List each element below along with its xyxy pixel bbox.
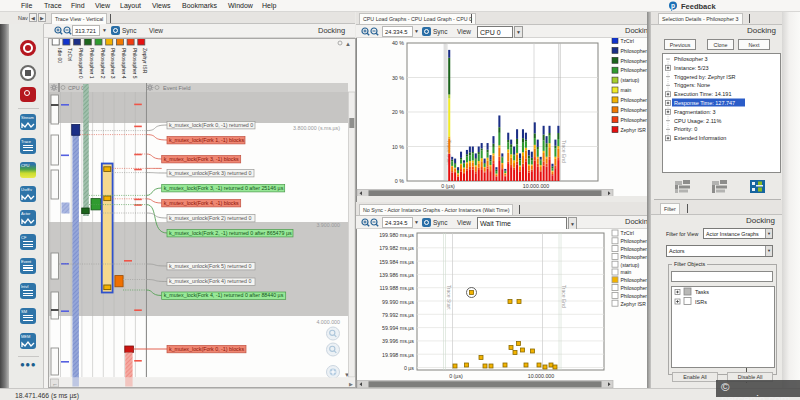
svg-text:Philosopher 4: Philosopher 4 [121, 48, 127, 79]
svg-text:79.992 ms.µs: 79.992 ms.µs [382, 312, 414, 318]
svg-text:TzCtrl: TzCtrl [621, 38, 634, 44]
svg-text:Trace End: Trace End [561, 140, 567, 163]
svg-text:CPU 0: CPU 0 [68, 85, 84, 91]
svg-text:k_mutex_unlock(Fork 3) returne: k_mutex_unlock(Fork 3) returned 0 [169, 170, 251, 176]
svg-text:k_mutex_lock(Fork 0, -1) retur: k_mutex_lock(Fork 0, -1) returned 0 [169, 122, 253, 128]
svg-text:k_mutex_lock(Fork 4, -1) block: k_mutex_lock(Fork 4, -1) blocks [164, 200, 239, 206]
svg-text:Tasks: Tasks [695, 289, 709, 295]
svg-text:10.000.000: 10.000.000 [523, 183, 550, 189]
svg-text:Philosopher 5: Philosopher 5 [132, 48, 138, 79]
svg-text:4.000.000: 4.000.000 [316, 319, 340, 325]
svg-text:Triggers: None: Triggers: None [674, 82, 710, 88]
svg-text:ISRs: ISRs [695, 299, 707, 305]
svg-text:Zephyr ISR: Zephyr ISR [142, 48, 148, 74]
svg-text:Philosopher 3: Philosopher 3 [674, 56, 708, 62]
svg-text:Event Field: Event Field [163, 85, 191, 91]
svg-text:20 %: 20 % [392, 109, 404, 115]
svg-text:main: main [621, 87, 632, 93]
svg-text:Extended Information: Extended Information [674, 135, 726, 141]
svg-text:CPU Usage: 2.11%: CPU Usage: 2.11% [674, 118, 721, 124]
svg-text:Philosopher 5: Philosopher 5 [621, 293, 648, 299]
svg-text:19.998 ms.µs: 19.998 ms.µs [382, 352, 414, 358]
svg-text:▲: ▲ [345, 41, 351, 47]
svg-text:Philosopher 1: Philosopher 1 [621, 246, 648, 252]
svg-text:k_mutex_unlock(Fork 2) returne: k_mutex_unlock(Fork 2) returned 0 [169, 215, 251, 221]
svg-text:Execution Time: 14.191: Execution Time: 14.191 [674, 91, 731, 97]
svg-text:TzCtrl: TzCtrl [67, 48, 73, 61]
svg-text:Philosopher 0: Philosopher 0 [621, 48, 648, 54]
svg-text:k_mutex_lock(Fork 4, -1) retur: k_mutex_lock(Fork 4, -1) returned 0 afte… [164, 292, 284, 298]
svg-text:(startup): (startup) [621, 77, 640, 83]
svg-text:Philosopher 4: Philosopher 4 [621, 107, 648, 113]
svg-text:Zephyr ISR: Zephyr ISR [621, 301, 647, 307]
svg-text:40 %: 40 % [392, 40, 404, 46]
svg-text:39.996 ms.µs: 39.996 ms.µs [382, 338, 414, 344]
svg-text:←: ← [52, 381, 58, 387]
svg-text:Philosopher 2: Philosopher 2 [100, 48, 106, 79]
svg-text:TzCtrl: TzCtrl [621, 230, 634, 236]
svg-text:Philosopher 3: Philosopher 3 [110, 48, 116, 79]
svg-text:▶: ▶ [349, 381, 353, 387]
svg-text:k_mutex_lock(Fork 0, -1) block: k_mutex_lock(Fork 0, -1) blocks [169, 346, 244, 352]
svg-text:119.988 ms.µs: 119.988 ms.µs [380, 285, 415, 291]
svg-text:Idle 00: Idle 00 [57, 48, 63, 63]
svg-text:Philosopher 1: Philosopher 1 [89, 48, 95, 79]
svg-text:139.986 ms.µs: 139.986 ms.µs [379, 272, 414, 278]
svg-text:Fragmentation: 3: Fragmentation: 3 [674, 109, 716, 115]
svg-text:159.984 ms.µs: 159.984 ms.µs [379, 259, 414, 265]
svg-text:Philosopher 0: Philosopher 0 [78, 48, 84, 79]
svg-text:Philosopher 4: Philosopher 4 [621, 285, 648, 291]
svg-text:Philosopher 3: Philosopher 3 [621, 97, 648, 103]
svg-text:p: p [671, 2, 675, 10]
svg-text:59.994 ms.µs: 59.994 ms.µs [382, 325, 414, 331]
svg-text:k_mutex_unlock(Fork 5) returne: k_mutex_unlock(Fork 5) returned 0 [169, 263, 251, 269]
svg-text:Philosopher 5: Philosopher 5 [621, 117, 648, 123]
svg-text:179.982 ms.µs: 179.982 ms.µs [379, 245, 414, 251]
svg-text:Instance: 5/23: Instance: 5/23 [674, 65, 709, 71]
svg-text:Zephyr ISR: Zephyr ISR [621, 127, 647, 133]
svg-text:10.000.000: 10.000.000 [528, 373, 555, 379]
svg-text:30 %: 30 % [392, 75, 404, 81]
svg-text:Response Time: 127.747: Response Time: 127.747 [674, 100, 735, 106]
svg-text:10 %: 10 % [392, 144, 404, 150]
svg-text:3.900.000: 3.900.000 [316, 222, 340, 228]
svg-text:0 (µs): 0 (µs) [441, 183, 455, 189]
svg-text:k_mutex_lock(Fork 1, -1) block: k_mutex_lock(Fork 1, -1) blocks [169, 137, 244, 143]
svg-text:Triggered by: Zephyr ISR: Triggered by: Zephyr ISR [674, 74, 736, 80]
svg-text:99.990 ms.µs: 99.990 ms.µs [382, 299, 414, 305]
svg-text:Trace Start: Trace Start [446, 285, 452, 310]
svg-text:k_mutex_lock(Fork 3, -1) block: k_mutex_lock(Fork 3, -1) blocks [164, 156, 239, 162]
svg-text:Priority: 0: Priority: 0 [674, 126, 697, 132]
svg-text:(startup): (startup) [621, 262, 640, 268]
svg-text:main: main [621, 269, 632, 275]
svg-text:k_mutex_lock(Fork 3, -1) retur: k_mutex_lock(Fork 3, -1) returned 0 afte… [164, 185, 284, 191]
svg-text:Philosopher 2: Philosopher 2 [621, 67, 648, 73]
svg-text:0 µs: 0 µs [404, 365, 414, 371]
svg-text:0 %: 0 % [395, 178, 404, 184]
svg-text:Philosopher 1: Philosopher 1 [621, 58, 648, 64]
svg-text:Philosopher 2: Philosopher 2 [621, 254, 648, 260]
svg-text:3.800.000 (s.ms.µs): 3.800.000 (s.ms.µs) [293, 125, 340, 131]
svg-text:199.980 ms.µs: 199.980 ms.µs [379, 232, 414, 238]
svg-text:k_mutex_lock(Fork 2, -1) retur: k_mutex_lock(Fork 2, -1) returned 0 afte… [169, 230, 292, 236]
svg-text:Philosopher 3: Philosopher 3 [621, 277, 648, 283]
svg-text:Trace End: Trace End [561, 285, 567, 308]
svg-text:0 (µs): 0 (µs) [449, 373, 463, 379]
svg-text:k_mutex_unlock(Fork 4) returne: k_mutex_unlock(Fork 4) returned 0 [169, 278, 251, 284]
svg-text:Philosopher 0: Philosopher 0 [621, 238, 648, 244]
